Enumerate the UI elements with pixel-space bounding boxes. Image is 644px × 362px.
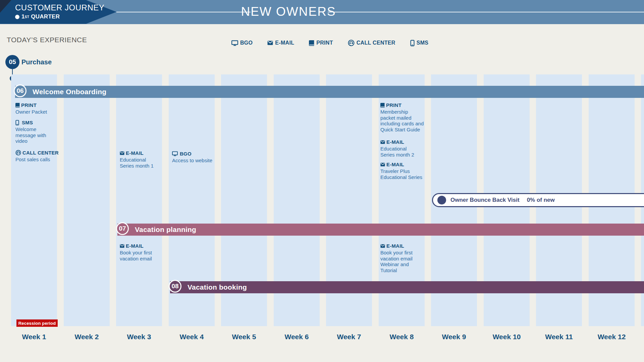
page-title: NEW OWNERS — [221, 5, 356, 19]
touchpoint-wk8-print: PRINT Membership packet mailed including… — [380, 102, 424, 132]
week-label-8: Week 8 — [379, 333, 425, 341]
channel-label: E-MAIL — [386, 139, 404, 145]
touchpoint-channel: E-MAIL — [120, 243, 156, 249]
touchpoint-wk8-vacation-email: E-MAIL Book your first vacation email We… — [380, 243, 417, 273]
legend-item-call-center: CALL CENTER — [348, 40, 395, 46]
touchpoint-text: Welcome message with video — [15, 126, 50, 144]
channel-label: E-MAIL — [126, 150, 144, 156]
touchpoint-wk3-email: E-MAIL Educational Series month 1 — [120, 150, 157, 169]
phase-label: Vacation booking — [170, 283, 247, 291]
legend-item-print: PRINT — [309, 40, 333, 46]
touchpoint-text: Book your first vacation email — [120, 250, 156, 261]
owner-bounce-back-callout: Owner Bounce Back Visit 0% of new — [432, 193, 644, 207]
phase-bar-vacation-planning: Vacation planning — [117, 224, 644, 236]
phase-bar-vacation-booking: Vacation booking — [170, 281, 644, 293]
touchpoint-text: Traveler Plus Educational Series — [380, 168, 424, 180]
touchpoint-wk1-call-center: CALL CENTER Post sales calls — [15, 150, 60, 163]
touchpoint-channel: PRINT — [15, 102, 59, 108]
week-label-10: Week 10 — [484, 333, 530, 341]
touchpoint-wk8-email-3: E-MAIL Traveler Plus Educational Series — [380, 162, 424, 180]
week-label-1: Week 1 — [11, 333, 57, 341]
touchpoint-wk3-vacation-email: E-MAIL Book your first vacation email — [120, 243, 156, 261]
week-column-2 — [64, 74, 110, 326]
touchpoint-text: Membership packet mailed including cards… — [380, 109, 424, 132]
touchpoint-wk1-print: PRINT Owner Packet — [15, 102, 59, 115]
channel-label: PRINT — [386, 102, 401, 108]
week-label-3: Week 3 — [116, 333, 162, 341]
week-label-12: Week 12 — [589, 333, 635, 341]
touchpoint-wk4-bgo: BGO Access to website — [172, 151, 215, 164]
week-label-2: Week 2 — [64, 333, 110, 341]
quarter-word: QUARTER — [31, 13, 60, 20]
touchpoint-channel: CALL CENTER — [15, 150, 60, 156]
week-label-5: Week 5 — [221, 333, 267, 341]
channel-label: PRINT — [21, 102, 37, 108]
week-label-11: Week 11 — [536, 333, 582, 341]
ribbon-subtitle: 1ST QUARTER — [15, 13, 60, 20]
touchpoint-text: Educational Series month 1 — [120, 157, 157, 169]
touchpoint-text: Post sales calls — [15, 157, 60, 163]
mobile-phone-icon — [15, 120, 19, 125]
touchpoint-channel: PRINT — [380, 102, 424, 108]
banner-divider-right — [328, 12, 644, 12]
touchpoint-text: Book your first vacation email Webinar a… — [380, 250, 417, 273]
channel-legend: BGO E-MAIL PRINT CALL CENTER SMS — [231, 40, 428, 46]
legend-label: CALL CENTER — [357, 40, 395, 46]
legend-label: PRINT — [316, 40, 333, 46]
touchpoint-channel: E-MAIL — [380, 139, 418, 145]
callout-dot-icon — [437, 196, 446, 204]
envelope-icon — [120, 244, 124, 248]
legend-item-email: E-MAIL — [267, 40, 294, 46]
quarter-number: 1 — [21, 13, 25, 20]
week-label-7: Week 7 — [326, 333, 372, 341]
phase-06-circle: 06 — [14, 84, 26, 97]
touchpoint-text: Owner Packet — [15, 109, 59, 115]
monitor-icon — [172, 151, 178, 156]
channel-label: E-MAIL — [126, 243, 144, 249]
touchpoint-wk8-email-2: E-MAIL Educational Series month 2 — [380, 139, 418, 158]
recession-period-badge: Recession period — [16, 319, 58, 327]
bullet-icon — [15, 15, 19, 19]
callout-value: 0% of new — [527, 197, 555, 203]
week-label-4: Week 4 — [169, 333, 215, 341]
phase-07-circle: 07 — [116, 222, 129, 235]
book-icon — [380, 103, 385, 108]
section-label: TODAY’S EXPERIENCE — [7, 36, 87, 44]
phase-label: Vacation planning — [117, 226, 196, 234]
phase-08-circle: 08 — [169, 280, 181, 293]
phase-bar-welcome-onboarding: Welcome Onboarding — [15, 86, 644, 98]
legend-item-sms: SMS — [410, 40, 429, 46]
legend-item-bgo: BGO — [231, 40, 253, 46]
monitor-icon — [231, 40, 238, 46]
touchpoint-channel: E-MAIL — [120, 150, 157, 156]
channel-label: E-MAIL — [386, 243, 404, 249]
phase-label: Welcome Onboarding — [15, 88, 106, 96]
envelope-icon — [380, 163, 385, 167]
ribbon-title: CUSTOMER JOURNEY — [15, 3, 104, 12]
legend-label: BGO — [240, 40, 253, 46]
headset-icon — [15, 150, 21, 156]
channel-label: BGO — [180, 151, 192, 157]
channel-label: CALL CENTER — [22, 150, 59, 156]
quarter-suffix: ST — [25, 15, 29, 19]
legend-label: SMS — [417, 40, 429, 46]
envelope-icon — [120, 151, 124, 155]
milestone-05-label: Purchase — [21, 58, 52, 66]
customer-journey-map: NEW OWNERS CUSTOMER JOURNEY 1ST QUARTER … — [0, 0, 644, 362]
book-icon — [309, 40, 314, 46]
week-column-3 — [116, 74, 162, 326]
headset-icon — [348, 40, 355, 46]
channel-label: SMS — [22, 120, 33, 125]
touchpoint-text: Access to website — [172, 158, 215, 164]
touchpoint-wk1-sms: SMS Welcome message with video — [15, 120, 50, 144]
legend-label: E-MAIL — [275, 40, 294, 46]
book-icon — [15, 103, 20, 108]
touchpoint-channel: SMS — [15, 120, 50, 125]
envelope-icon — [380, 244, 385, 248]
milestone-05-circle: 05 — [5, 55, 19, 69]
channel-label: E-MAIL — [386, 162, 404, 167]
touchpoint-channel: E-MAIL — [380, 243, 417, 249]
week-label-9: Week 9 — [431, 333, 477, 341]
touchpoint-channel: E-MAIL — [380, 162, 424, 167]
touchpoint-text: Educational Series month 2 — [380, 146, 418, 158]
